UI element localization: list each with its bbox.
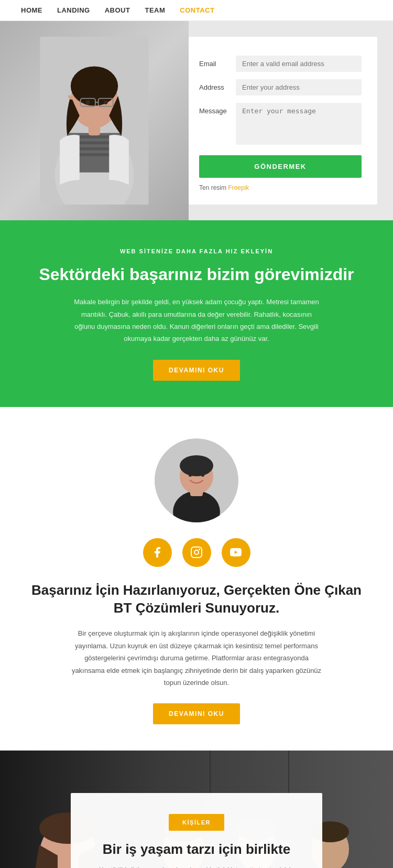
form-credit: Ten resim Freepik [199,184,362,191]
svg-rect-23 [191,547,202,558]
profile-cta-button[interactable]: DEVAMINI OKU [153,703,240,724]
green-body: Makale belirgin bir şekilde geldi, en yü… [71,296,322,345]
team-section: KİŞİLER Bir iş yaşam tarzı için birlikte… [0,751,393,868]
svg-point-22 [201,474,204,477]
youtube-icon[interactable] [222,538,250,567]
woman-photo [37,37,152,205]
submit-button[interactable]: GÖNDERMEK [199,155,362,178]
svg-point-25 [199,549,200,550]
nav-team[interactable]: TEAM [145,6,165,14]
svg-point-15 [104,100,108,104]
message-row: Message [199,103,362,145]
svg-point-24 [194,550,199,554]
message-textarea[interactable] [236,103,362,145]
svg-point-20 [180,455,213,476]
svg-point-14 [86,100,90,104]
green-section: WEB SİTENİZE DAHA FAZLA HIZ EKLEYİN Sekt… [0,220,393,407]
email-input[interactable] [236,56,362,72]
navigation: HOME LANDING ABOUT TEAM CONTACT [0,0,393,21]
team-badge-button[interactable]: KİŞİLER [169,814,224,831]
team-heading: Bir iş yaşam tarzı için birlikte [97,841,296,858]
team-background: KİŞİLER Bir iş yaşam tarzı için birlikte… [0,751,393,868]
team-card: KİŞİLER Bir iş yaşam tarzı için birlikte… [71,793,322,868]
green-heading: Sektördeki başarınız bizim görevimizdir [31,264,362,284]
avatar [155,438,238,522]
team-desc: Her türlü iş ihtiyacınızı karşılamak ve … [97,865,296,868]
facebook-icon[interactable] [143,538,172,567]
green-sub-label: WEB SİTENİZE DAHA FAZLA HIZ EKLEYİN [71,247,322,257]
message-label: Message [199,103,236,115]
profile-photo [155,438,238,522]
profile-section: Başarınız İçin Hazırlanıyoruz, Gerçekten… [0,407,393,751]
contact-form: Email Address Message GÖNDERMEK Ten resi… [189,37,377,205]
green-cta-button[interactable]: DEVAMINI OKU [153,360,240,381]
svg-point-10 [71,66,118,105]
svg-point-21 [189,474,192,477]
nav-contact[interactable]: CONTACT [180,6,214,14]
email-label: Email [199,56,236,68]
email-row: Email [199,56,362,72]
contact-photo [0,21,189,220]
address-input[interactable] [236,79,362,95]
nav-landing[interactable]: LANDING [57,6,90,14]
address-row: Address [199,79,362,95]
address-label: Address [199,79,236,91]
nav-home[interactable]: HOME [21,6,42,14]
profile-body: Bir çerçeve oluşturmak için iş akışların… [71,627,322,689]
profile-heading: Başarınız İçin Hazırlanıyoruz, Gerçekten… [21,582,372,617]
contact-section: Email Address Message GÖNDERMEK Ten resi… [0,21,393,220]
instagram-icon[interactable] [182,538,211,567]
nav-about[interactable]: ABOUT [105,6,130,14]
credit-link[interactable]: Freepik [228,184,249,191]
social-icons [21,538,372,567]
